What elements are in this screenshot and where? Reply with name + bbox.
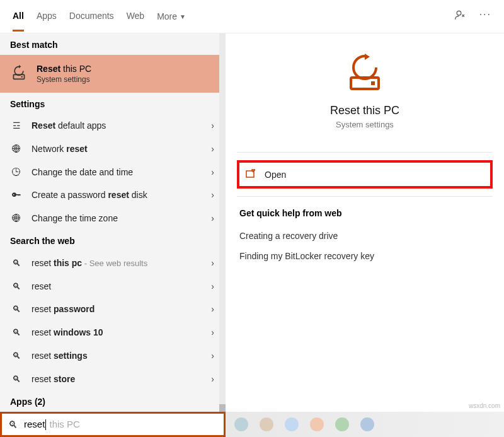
web-item-reset-settings[interactable]: 🔍︎ reset settings › bbox=[0, 344, 226, 368]
web-item-reset-password[interactable]: 🔍︎ reset password › bbox=[0, 298, 226, 321]
best-match-result[interactable]: Reset this PC System settings bbox=[0, 55, 226, 93]
search-icon: 🔍︎ bbox=[10, 351, 23, 361]
settings-item-password-reset-disk[interactable]: 🔑︎ Create a password reset disk › bbox=[0, 184, 226, 207]
preview-panel: Reset this PC System settings Open Get q… bbox=[226, 33, 504, 412]
open-button[interactable]: Open bbox=[237, 160, 493, 189]
search-tab-bar: All Apps Documents Web More ▼ ··· bbox=[0, 0, 504, 33]
svg-rect-4 bbox=[371, 81, 375, 85]
taskbar bbox=[226, 412, 504, 437]
chevron-right-icon: › bbox=[211, 213, 214, 223]
search-icon: 🔍︎ bbox=[10, 281, 23, 291]
web-item-reset-this-pc[interactable]: 🔍︎ reset this pc - See web results › bbox=[0, 251, 226, 274]
search-icon: 🔍︎ bbox=[10, 327, 23, 337]
web-item-reset-store[interactable]: 🔍︎ reset store › bbox=[0, 367, 226, 390]
open-icon bbox=[246, 169, 256, 180]
chevron-right-icon: › bbox=[211, 120, 214, 131]
search-typed-text: reset bbox=[24, 419, 45, 429]
section-search-web: Search the web bbox=[0, 230, 226, 251]
preview-title: Reset this PC bbox=[226, 104, 504, 117]
quick-link-recovery-drive[interactable]: Creating a recovery drive bbox=[226, 226, 504, 246]
feedback-icon[interactable] bbox=[454, 9, 467, 24]
section-settings: Settings bbox=[0, 93, 226, 114]
svg-rect-2 bbox=[21, 76, 23, 78]
tab-apps[interactable]: Apps bbox=[37, 2, 57, 32]
time-zone-icon: 🌐︎ bbox=[10, 213, 23, 223]
settings-item-reset-default-apps[interactable]: ☲ Reset default apps › bbox=[0, 114, 226, 137]
preview-subtitle: System settings bbox=[226, 120, 504, 129]
chevron-right-icon: › bbox=[211, 190, 214, 200]
chevron-right-icon: › bbox=[211, 304, 214, 314]
quick-link-bitlocker-key[interactable]: Finding my BitLocker recovery key bbox=[226, 246, 504, 266]
more-options-icon[interactable]: ··· bbox=[479, 9, 491, 24]
svg-point-0 bbox=[457, 11, 461, 15]
tab-more[interactable]: More ▼ bbox=[157, 2, 186, 32]
key-icon: 🔑︎ bbox=[10, 190, 23, 200]
search-icon: 🔍︎ bbox=[10, 374, 23, 384]
section-apps: Apps (2) bbox=[0, 390, 226, 412]
chevron-down-icon: ▼ bbox=[180, 13, 186, 20]
chevron-right-icon: › bbox=[211, 281, 214, 291]
quick-help-header: Get quick help from web bbox=[226, 197, 504, 226]
chevron-right-icon: › bbox=[211, 351, 214, 361]
chevron-right-icon: › bbox=[211, 167, 214, 177]
watermark: wsxdn.com bbox=[469, 402, 500, 409]
settings-item-date-time[interactable]: 🕒︎ Change the date and time › bbox=[0, 160, 226, 184]
globe-icon: 🌐︎ bbox=[10, 144, 23, 154]
chevron-right-icon: › bbox=[211, 144, 214, 154]
reset-pc-hero-icon bbox=[226, 54, 504, 104]
open-label: Open bbox=[265, 170, 286, 180]
list-icon: ☲ bbox=[10, 120, 23, 131]
reset-pc-icon bbox=[10, 65, 28, 83]
tab-all[interactable]: All bbox=[13, 2, 24, 32]
search-icon: 🔍︎ bbox=[10, 304, 23, 314]
section-best-match: Best match bbox=[0, 33, 226, 55]
search-input[interactable]: 🔍︎ reset this PC bbox=[0, 412, 226, 437]
search-suggestion-text: this PC bbox=[47, 419, 80, 429]
best-match-title: Reset this PC bbox=[37, 64, 91, 74]
tab-documents[interactable]: Documents bbox=[69, 2, 114, 32]
search-icon: 🔍︎ bbox=[10, 258, 23, 268]
chevron-right-icon: › bbox=[211, 374, 214, 384]
web-item-reset-windows-10[interactable]: 🔍︎ reset windows 10 › bbox=[0, 321, 226, 344]
best-match-subtitle: System settings bbox=[37, 75, 91, 84]
calendar-clock-icon: 🕒︎ bbox=[10, 167, 23, 177]
chevron-right-icon: › bbox=[211, 258, 214, 268]
web-item-reset[interactable]: 🔍︎ reset › bbox=[0, 274, 226, 298]
results-panel: Best match Reset this PC System settings… bbox=[0, 33, 226, 412]
chevron-right-icon: › bbox=[211, 327, 214, 337]
settings-item-network-reset[interactable]: 🌐︎ Network reset › bbox=[0, 137, 226, 160]
search-icon: 🔍︎ bbox=[8, 419, 18, 430]
settings-item-time-zone[interactable]: 🌐︎ Change the time zone › bbox=[0, 207, 226, 230]
tab-web[interactable]: Web bbox=[127, 2, 145, 32]
